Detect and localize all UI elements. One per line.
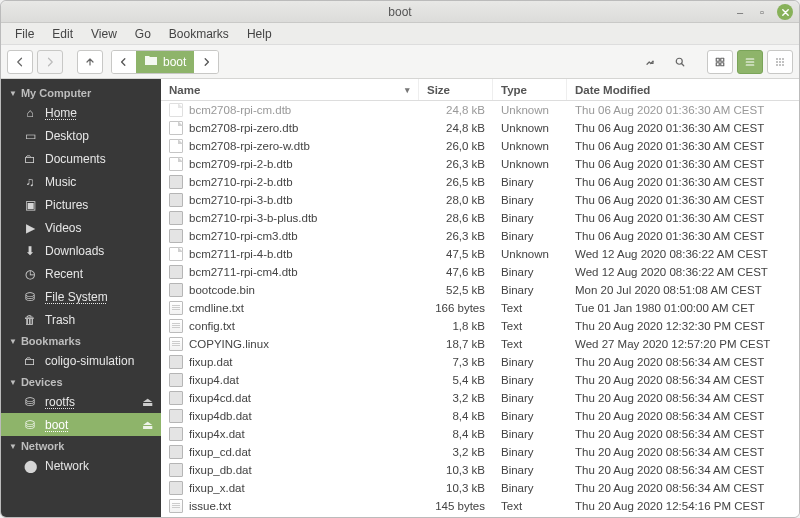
path-current[interactable]: boot xyxy=(136,51,194,73)
sidebar-item-home[interactable]: ⌂Home xyxy=(1,101,161,124)
back-button[interactable] xyxy=(7,50,33,74)
table-row[interactable]: fixup4x.dat8,4 kBBinaryThu 20 Aug 2020 0… xyxy=(161,425,799,443)
table-row[interactable]: bcm2710-rpi-3-b-plus.dtb28,6 kBBinaryThu… xyxy=(161,209,799,227)
table-row[interactable]: fixup4cd.dat3,2 kBBinaryThu 20 Aug 2020 … xyxy=(161,389,799,407)
view-icons-button[interactable] xyxy=(707,50,733,74)
file-type: Binary xyxy=(493,209,567,227)
table-row[interactable]: bcm2710-rpi-3-b.dtb28,0 kBBinaryThu 06 A… xyxy=(161,191,799,209)
sidebar-item-downloads[interactable]: ⬇Downloads xyxy=(1,239,161,262)
file-name: fixup4x.dat xyxy=(189,428,245,440)
menu-bookmarks[interactable]: Bookmarks xyxy=(161,25,237,43)
recent-icon: ◷ xyxy=(23,267,37,281)
sidebar-item-desktop[interactable]: ▭Desktop xyxy=(1,124,161,147)
table-row[interactable]: cmdline.txt166 bytesTextTue 01 Jan 1980 … xyxy=(161,299,799,317)
file-type: Binary xyxy=(493,173,567,191)
svg-point-9 xyxy=(779,61,781,63)
table-row[interactable]: kernel.img5,3 MBUnknownWed 12 Aug 2020 0… xyxy=(161,515,799,517)
minimize-button[interactable]: – xyxy=(733,5,747,19)
file-size: 24,8 kB xyxy=(419,101,493,119)
table-row[interactable]: COPYING.linux18,7 kBTextWed 27 May 2020 … xyxy=(161,335,799,353)
section-devices[interactable]: ▼Devices xyxy=(1,372,161,390)
path-prev[interactable] xyxy=(112,51,136,73)
table-row[interactable]: bcm2709-rpi-2-b.dtb26,3 kBUnknownThu 06 … xyxy=(161,155,799,173)
column-size[interactable]: Size xyxy=(419,79,493,100)
file-type: Unknown xyxy=(493,137,567,155)
file-type: Text xyxy=(493,299,567,317)
table-row[interactable]: bcm2710-rpi-cm3.dtb26,3 kBBinaryThu 06 A… xyxy=(161,227,799,245)
menu-edit[interactable]: Edit xyxy=(44,25,81,43)
table-row[interactable]: bcm2708-rpi-zero.dtb24,8 kBUnknownThu 06… xyxy=(161,119,799,137)
sidebar-item-recent[interactable]: ◷Recent xyxy=(1,262,161,285)
table-row[interactable]: bcm2711-rpi-cm4.dtb47,6 kBBinaryWed 12 A… xyxy=(161,263,799,281)
sidebar-item-music[interactable]: ♫Music xyxy=(1,170,161,193)
sidebar-item-label: Documents xyxy=(45,152,106,166)
sidebar-item-rootfs[interactable]: ⛁rootfs⏏ xyxy=(1,390,161,413)
table-row[interactable]: bcm2708-rpi-zero-w.dtb26,0 kBUnknownThu … xyxy=(161,137,799,155)
table-row[interactable]: bcm2711-rpi-4-b.dtb47,5 kBUnknownWed 12 … xyxy=(161,245,799,263)
section-network[interactable]: ▼Network xyxy=(1,436,161,454)
section-my-computer[interactable]: ▼My Computer xyxy=(1,83,161,101)
table-row[interactable]: fixup_cd.dat3,2 kBBinaryThu 20 Aug 2020 … xyxy=(161,443,799,461)
sidebar-item-network[interactable]: ⬤Network xyxy=(1,454,161,477)
table-row[interactable]: fixup4db.dat8,4 kBBinaryThu 20 Aug 2020 … xyxy=(161,407,799,425)
column-date[interactable]: Date Modified xyxy=(567,79,799,100)
menubar: File Edit View Go Bookmarks Help xyxy=(1,23,799,45)
file-type: Binary xyxy=(493,191,567,209)
menu-file[interactable]: File xyxy=(7,25,42,43)
file-date: Thu 20 Aug 2020 08:56:34 AM CEST xyxy=(567,353,799,371)
path-next[interactable] xyxy=(194,51,218,73)
file-icon xyxy=(169,445,183,459)
section-bookmarks[interactable]: ▼Bookmarks xyxy=(1,331,161,349)
table-row[interactable]: fixup.dat7,3 kBBinaryThu 20 Aug 2020 08:… xyxy=(161,353,799,371)
table-row[interactable]: bcm2710-rpi-2-b.dtb26,5 kBBinaryThu 06 A… xyxy=(161,173,799,191)
file-date: Wed 12 Aug 2020 08:36:24 AM CEST xyxy=(567,515,799,517)
file-name: bcm2709-rpi-2-b.dtb xyxy=(189,158,293,170)
file-name: bcm2708-rpi-zero.dtb xyxy=(189,122,298,134)
forward-button[interactable] xyxy=(37,50,63,74)
table-row[interactable]: bcm2708-rpi-cm.dtb24,8 kBUnknownThu 06 A… xyxy=(161,101,799,119)
view-compact-button[interactable] xyxy=(767,50,793,74)
maximize-button[interactable]: ▫ xyxy=(755,5,769,19)
sidebar-item-coligo-simulation[interactable]: 🗀coligo-simulation xyxy=(1,349,161,372)
column-type[interactable]: Type xyxy=(493,79,567,100)
table-row[interactable]: fixup_x.dat10,3 kBBinaryThu 20 Aug 2020 … xyxy=(161,479,799,497)
sidebar-item-videos[interactable]: ▶Videos xyxy=(1,216,161,239)
disk-icon: ⛁ xyxy=(23,395,37,409)
file-type: Binary xyxy=(493,443,567,461)
file-name: fixup_x.dat xyxy=(189,482,245,494)
file-size: 3,2 kB xyxy=(419,389,493,407)
table-row[interactable]: config.txt1,8 kBTextThu 20 Aug 2020 12:3… xyxy=(161,317,799,335)
file-type: Unknown xyxy=(493,515,567,517)
sidebar-item-file-system[interactable]: ⛁File System xyxy=(1,285,161,308)
toggle-location-button[interactable] xyxy=(637,50,663,74)
sidebar-item-documents[interactable]: 🗀Documents xyxy=(1,147,161,170)
sidebar-item-trash[interactable]: 🗑Trash xyxy=(1,308,161,331)
file-size: 5,3 MB xyxy=(419,515,493,517)
file-type: Unknown xyxy=(493,119,567,137)
table-row[interactable]: bootcode.bin52,5 kBBinaryMon 20 Jul 2020… xyxy=(161,281,799,299)
eject-icon[interactable]: ⏏ xyxy=(142,418,153,432)
column-name[interactable]: Name▾ xyxy=(161,79,419,100)
file-date: Thu 06 Aug 2020 01:36:30 AM CEST xyxy=(567,137,799,155)
file-type: Binary xyxy=(493,227,567,245)
table-row[interactable]: fixup4.dat5,4 kBBinaryThu 20 Aug 2020 08… xyxy=(161,371,799,389)
file-list[interactable]: bcm2708-rpi-cm.dtb24,8 kBUnknownThu 06 A… xyxy=(161,101,799,517)
file-size: 26,3 kB xyxy=(419,227,493,245)
table-row[interactable]: fixup_db.dat10,3 kBBinaryThu 20 Aug 2020… xyxy=(161,461,799,479)
chevron-down-icon: ▼ xyxy=(9,89,17,98)
eject-icon[interactable]: ⏏ xyxy=(142,395,153,409)
up-button[interactable] xyxy=(77,50,103,74)
menu-help[interactable]: Help xyxy=(239,25,280,43)
menu-view[interactable]: View xyxy=(83,25,125,43)
sidebar-item-boot[interactable]: ⛁boot⏏ xyxy=(1,413,161,436)
file-date: Thu 20 Aug 2020 08:56:34 AM CEST xyxy=(567,461,799,479)
view-list-button[interactable] xyxy=(737,50,763,74)
file-size: 3,2 kB xyxy=(419,443,493,461)
table-row[interactable]: issue.txt145 bytesTextThu 20 Aug 2020 12… xyxy=(161,497,799,515)
menu-go[interactable]: Go xyxy=(127,25,159,43)
download-icon: ⬇ xyxy=(23,244,37,258)
sidebar-item-pictures[interactable]: ▣Pictures xyxy=(1,193,161,216)
svg-rect-1 xyxy=(716,58,719,61)
close-button[interactable] xyxy=(777,4,793,20)
search-button[interactable] xyxy=(667,50,693,74)
